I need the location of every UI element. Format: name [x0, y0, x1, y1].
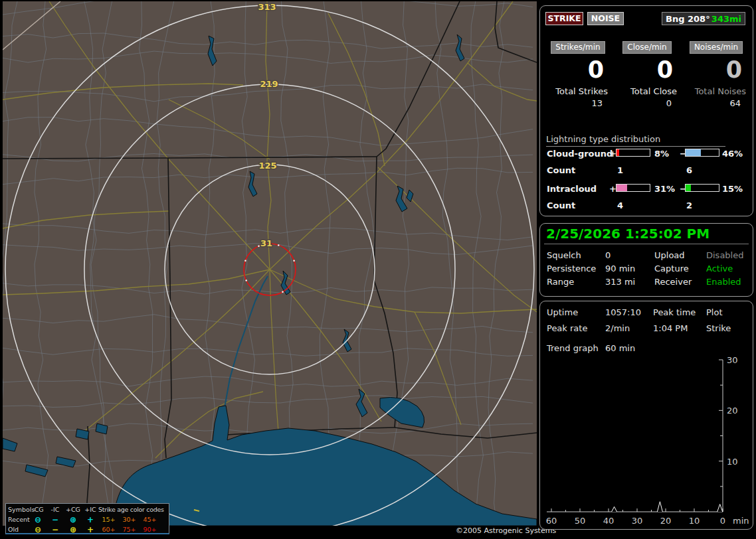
stats-panel: Uptime 1057:10 Peak time Plot Peak rate …: [539, 301, 753, 530]
pos-cg-bar-fill: [616, 149, 619, 156]
count-label: Count: [547, 165, 575, 175]
pos-ic-bar: [616, 184, 650, 192]
peak-rate-value: 2/min: [605, 323, 630, 333]
strikes-counter-column: Strikes/min 0 Total Strikes 13: [545, 41, 611, 108]
svg-text:40: 40: [603, 516, 614, 526]
persistence-label: Persistence: [547, 264, 596, 273]
datetime-display: 2/25/2026 1:25:02 PM: [546, 226, 709, 242]
legend-symbols-header: Symbols: [8, 506, 29, 513]
capture-status: Active: [706, 264, 733, 273]
svg-text:20: 20: [727, 406, 738, 416]
uptime-value: 1057:10: [605, 307, 641, 317]
svg-text:50: 50: [575, 516, 586, 526]
total-close-value: 0: [614, 98, 680, 108]
range-ring-label-31: 31: [260, 238, 272, 248]
svg-text:30: 30: [727, 355, 738, 365]
noises-counter-column: Noises/min 0 Total Noises 64: [684, 41, 749, 108]
plot-label: Plot: [706, 307, 723, 317]
legend-old-row: Old ⊖ − ⊕ + 60+ 75+ 90+: [8, 524, 167, 534]
pos-ic-percent: 31%: [654, 184, 675, 194]
plot-value: Strike: [706, 323, 731, 333]
trend-window-value: 60 min: [605, 343, 635, 353]
neg-cg-percent: 46%: [722, 149, 743, 159]
pos-ic-recent-icon: +: [82, 516, 98, 524]
rate-counters: Strikes/min 0 Total Strikes 13 Close/min…: [545, 41, 749, 127]
neg-ic-recent-icon: −: [47, 516, 64, 524]
pos-ic-bar-fill: [616, 185, 627, 191]
total-strikes-label: Total Strikes: [545, 86, 611, 96]
intracloud-label: Intracloud: [547, 184, 597, 194]
noise-toggle-button[interactable]: NOISE: [587, 12, 624, 25]
upload-label: Upload: [654, 250, 685, 260]
bearing-readout: Bng 208° 343mi: [662, 12, 745, 25]
trend-graph-row: Trend graph 60 min: [540, 343, 753, 354]
map-svg: 313 219 125 31: [3, 1, 537, 526]
neg-cg-bar-fill: [686, 149, 701, 156]
status-panel: 2/25/2026 1:25:02 PM Squelch 0 Upload Di…: [539, 223, 753, 297]
pos-cg-count: 1: [617, 165, 623, 175]
distribution-title: Lightning type distribution: [546, 134, 725, 147]
total-noises-label: Total Noises: [684, 86, 749, 96]
svg-text:20: 20: [660, 516, 672, 526]
strike-toggle-button[interactable]: STRIKE: [545, 12, 583, 25]
map-legend: Symbols -CG -IC +CG +IC Strike age color…: [5, 503, 169, 534]
neg-ic-bar-fill: [686, 185, 691, 191]
svg-text:min: min: [733, 516, 749, 526]
age-code-90: 90+: [140, 526, 160, 533]
status-row: Persistence 90 min Capture Active: [540, 264, 753, 274]
range-label: Range: [547, 277, 574, 287]
svg-text:0: 0: [720, 516, 725, 526]
squelch-label: Squelch: [547, 250, 581, 260]
status-row: Squelch 0 Upload Disabled: [540, 250, 753, 261]
range-ring-label-219: 219: [260, 79, 278, 89]
total-close-label: Total Close: [614, 86, 680, 96]
intracloud-count-row: Count 4 2: [540, 200, 753, 211]
total-strikes-value: 13: [545, 98, 611, 108]
svg-text:10: 10: [689, 516, 700, 526]
capture-label: Capture: [654, 264, 689, 273]
legend-recent-row: Recent ⊖ − ⊕ + 15+ 30+ 45+: [8, 514, 167, 524]
strikes-per-min-button[interactable]: Strikes/min: [551, 41, 605, 54]
counters-panel: STRIKE NOISE Bng 208° 343mi Strikes/min …: [539, 5, 753, 216]
peak-time-value: 1:04 PM: [653, 323, 688, 333]
legend-recent-label: Recent: [8, 516, 29, 523]
cloud-ground-label: Cloud-ground: [547, 149, 613, 159]
intracloud-row: Intracloud + 31% − 15%: [540, 184, 753, 194]
strike-map[interactable]: 313 219 125 31: [3, 1, 537, 526]
trend-graph-label: Trend graph: [547, 343, 599, 353]
close-rate-value: 0: [614, 56, 680, 83]
neg-cg-old-icon: ⊖: [29, 526, 47, 534]
persistence-value: 90 min: [605, 264, 635, 273]
bearing-label: Bng 208°: [666, 14, 710, 24]
uptime-label: Uptime: [547, 307, 578, 317]
cloud-ground-count-row: Count 1 6: [540, 165, 753, 176]
legend-old-label: Old: [8, 526, 29, 533]
strikes-rate-value: 0: [545, 56, 611, 83]
stats-row: Peak rate 2/min 1:04 PM Strike: [540, 323, 753, 334]
pos-ic-old-icon: +: [82, 526, 98, 534]
neg-ic-percent: 15%: [722, 184, 743, 194]
noises-rate-value: 0: [684, 56, 749, 83]
age-code-60: 60+: [98, 526, 119, 533]
receiver-label: Receiver: [654, 277, 692, 287]
range-ring-label-125: 125: [258, 161, 276, 171]
legend-header-row: Symbols -CG -IC +CG +IC Strike age color…: [8, 504, 167, 514]
close-per-min-button[interactable]: Close/min: [622, 41, 671, 54]
peak-rate-label: Peak rate: [547, 323, 587, 333]
neg-cg-count: 6: [686, 165, 692, 175]
range-value: 313 mi: [605, 277, 635, 287]
legend-col-pos-ic: +IC: [82, 506, 98, 513]
age-code-45: 45+: [140, 516, 160, 523]
pos-cg-old-icon: ⊕: [64, 526, 82, 534]
neg-ic-bar: [685, 184, 719, 192]
noises-per-min-button[interactable]: Noises/min: [690, 41, 743, 54]
app-window: 313 219 125 31 Symbols -CG -IC +CG +IC S…: [0, 0, 756, 539]
receiver-status: Enabled: [706, 277, 741, 287]
pos-ic-count: 4: [617, 200, 623, 210]
legend-age-header: Strike age color codes: [98, 506, 160, 513]
age-code-15: 15+: [98, 516, 119, 523]
neg-cg-bar: [685, 149, 719, 157]
legend-col-neg-cg: -CG: [29, 506, 47, 513]
legend-col-pos-cg: +CG: [64, 506, 82, 513]
stats-row: Uptime 1057:10 Peak time Plot: [540, 307, 753, 318]
